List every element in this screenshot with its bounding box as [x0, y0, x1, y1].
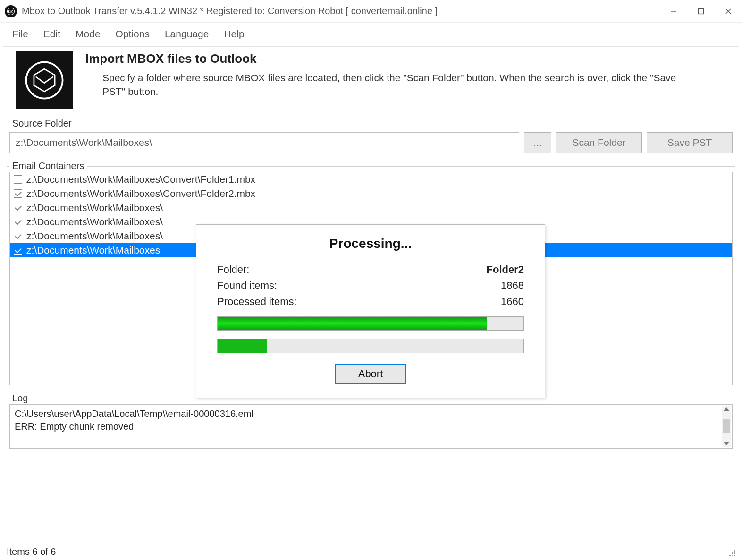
header-title: Import MBOX files to Outlook [85, 51, 694, 66]
resize-grip-icon[interactable] [727, 548, 735, 556]
progress-bar-1 [217, 316, 524, 331]
dialog-found-label: Found items: [217, 280, 277, 292]
menu-mode[interactable]: Mode [68, 26, 108, 42]
list-item-path: z:\Documents\Work\Mailboxes\Convert\Fold… [26, 174, 255, 185]
scan-folder-button[interactable]: Scan Folder [556, 132, 642, 153]
titlebar: Mbox to Outlook Transfer v.5.4.1.2 WIN32… [0, 0, 742, 23]
dialog-processed-label: Processed items: [217, 296, 297, 308]
checkbox[interactable] [14, 189, 22, 198]
scroll-up-icon[interactable] [724, 407, 729, 411]
dialog-folder-label: Folder: [217, 263, 249, 276]
dialog-folder-value: Folder2 [487, 263, 524, 276]
checkbox[interactable] [14, 232, 22, 240]
menu-edit[interactable]: Edit [36, 26, 68, 42]
list-item-path: z:\Documents\Work\Mailboxes\Convert\Fold… [26, 188, 255, 199]
abort-button[interactable]: Abort [335, 364, 406, 384]
log-textarea[interactable]: C:\Users\user\AppData\Local\Temp\\email-… [9, 404, 733, 449]
list-item[interactable]: z:\Documents\Work\Mailboxes\ [10, 201, 732, 215]
menu-options[interactable]: Options [108, 26, 157, 42]
status-text: Items 6 of 6 [7, 546, 56, 557]
list-item-path: z:\Documents\Work\Mailboxes [26, 245, 160, 256]
list-item[interactable]: z:\Documents\Work\Mailboxes\Convert\Fold… [10, 187, 732, 201]
list-item-path: z:\Documents\Work\Mailboxes\ [26, 230, 163, 242]
menu-language[interactable]: Language [157, 26, 216, 42]
checkbox[interactable] [14, 175, 22, 184]
list-item[interactable]: z:\Documents\Work\Mailboxes\Convert\Fold… [10, 172, 732, 187]
svg-point-0 [8, 8, 15, 15]
checkbox[interactable] [14, 218, 22, 226]
source-folder-group: Source Folder ... Scan Folder Save PST [4, 119, 738, 159]
maximize-button[interactable] [687, 0, 715, 23]
svg-point-5 [26, 62, 62, 98]
checkbox[interactable] [14, 246, 22, 255]
save-pst-button[interactable]: Save PST [647, 132, 733, 153]
log-line: C:\Users\user\AppData\Local\Temp\\email-… [15, 407, 721, 420]
list-item-path: z:\Documents\Work\Mailboxes\ [26, 202, 163, 213]
log-legend: Log [9, 393, 31, 404]
window-title: Mbox to Outlook Transfer v.5.4.1.2 WIN32… [22, 6, 660, 17]
log-line: ERR: Empty chunk removed [15, 420, 721, 433]
list-item-path: z:\Documents\Work\Mailboxes\ [26, 216, 163, 228]
scroll-down-icon[interactable] [724, 442, 729, 445]
window-controls [660, 0, 742, 23]
menu-help[interactable]: Help [216, 26, 252, 42]
source-folder-legend: Source Folder [9, 118, 75, 129]
dialog-processed-value: 1660 [501, 296, 524, 308]
dialog-title: Processing... [217, 236, 524, 251]
browse-button[interactable]: ... [524, 132, 551, 153]
header-desc: Specify a folder where source MBOX files… [85, 71, 694, 99]
app-logo [16, 51, 73, 109]
svg-marker-6 [34, 69, 55, 92]
processing-dialog: Processing... Folder: Folder2 Found item… [196, 224, 545, 398]
app-icon [5, 5, 17, 17]
source-folder-input[interactable] [9, 132, 519, 153]
close-button[interactable] [715, 0, 742, 23]
statusbar: Items 6 of 6 [0, 543, 742, 560]
dialog-found-value: 1868 [501, 280, 524, 292]
checkbox[interactable] [14, 204, 22, 212]
progress-bar-2 [217, 339, 524, 353]
menubar: File Edit Mode Options Language Help [0, 23, 742, 46]
svg-rect-2 [699, 8, 704, 14]
menu-file[interactable]: File [5, 26, 36, 42]
minimize-button[interactable] [660, 0, 687, 23]
header-panel: Import MBOX files to Outlook Specify a f… [3, 46, 739, 116]
log-scrollbar[interactable] [722, 406, 731, 447]
log-group: Log C:\Users\user\AppData\Local\Temp\\em… [4, 394, 738, 454]
email-containers-legend: Email Containers [9, 161, 87, 171]
scroll-thumb[interactable] [723, 419, 730, 433]
